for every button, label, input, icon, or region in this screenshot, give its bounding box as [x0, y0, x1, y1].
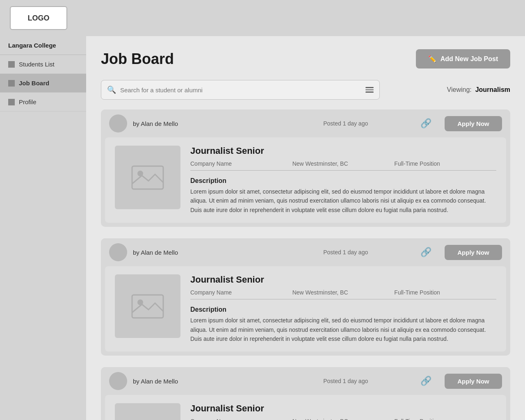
- sidebar-item-students-list[interactable]: Students List: [0, 55, 86, 74]
- job-meta-2: Company Name New Westminster, BC Full-Ti…: [190, 289, 496, 299]
- job-board-icon: [8, 80, 15, 87]
- job-details-1: Journalist Senior Company Name New Westm…: [190, 146, 496, 215]
- job-card-body-3: Journalist Senior Company Name New Westm…: [105, 395, 506, 420]
- page-header: Job Board ✏️ Add New Job Post: [101, 49, 510, 68]
- job-title-3: Journalist Senior: [190, 403, 496, 414]
- main-layout: Langara College Students List Job Board …: [0, 36, 525, 420]
- top-bar: LOGO: [0, 0, 525, 36]
- posted-time-2: Posted 1 day ago: [277, 249, 415, 256]
- sidebar-item-job-board[interactable]: Job Board: [0, 74, 86, 93]
- image-placeholder-icon-1: [131, 165, 164, 190]
- search-container: 🔍: [101, 80, 380, 100]
- content-area: Job Board ✏️ Add New Job Post 🔍 Viewing:…: [86, 36, 525, 420]
- job-image-2: [115, 274, 180, 338]
- link-icon-3[interactable]: 🔗: [420, 376, 431, 386]
- job-title-2: Journalist Senior: [190, 274, 496, 285]
- job-card-2: by Alan de Mello Posted 1 day ago 🔗 Appl…: [101, 238, 510, 356]
- page-title: Job Board: [101, 50, 174, 68]
- viewing-label: Viewing: Journalism: [447, 86, 510, 94]
- company-name-2: Company Name: [190, 289, 292, 296]
- viewing-value: Journalism: [475, 86, 510, 93]
- posted-by-1: by Alan de Mello: [133, 120, 271, 127]
- position-type-3: Full-Time Position: [394, 418, 496, 420]
- filter-line-1: [365, 87, 374, 88]
- job-details-2: Journalist Senior Company Name New Westm…: [190, 274, 496, 343]
- sidebar-item-profile[interactable]: Profile: [0, 93, 86, 112]
- posted-by-2: by Alan de Mello: [133, 249, 271, 256]
- posted-by-3: by Alan de Mello: [133, 378, 271, 385]
- students-list-icon: [8, 61, 15, 68]
- description-text-2: Lorem ipsum dolor sit amet, consectetur …: [190, 316, 496, 343]
- description-label-2: Description: [190, 306, 496, 313]
- job-image-1: [115, 146, 180, 209]
- company-name-3: Company Name: [190, 418, 292, 420]
- filter-icon[interactable]: [365, 87, 374, 93]
- avatar-1: [109, 114, 127, 132]
- job-cards-container: by Alan de Mello Posted 1 day ago 🔗 Appl…: [101, 110, 510, 420]
- job-location-2: New Westminster, BC: [292, 289, 395, 296]
- job-meta-1: Company Name New Westminster, BC Full-Ti…: [190, 160, 496, 171]
- job-location-1: New Westminster, BC: [292, 160, 395, 167]
- job-card-header-2: by Alan de Mello Posted 1 day ago 🔗 Appl…: [101, 238, 510, 266]
- filter-line-2: [365, 89, 374, 91]
- avatar-3: [109, 372, 127, 390]
- add-job-button[interactable]: ✏️ Add New Job Post: [416, 49, 510, 68]
- job-card-header-3: by Alan de Mello Posted 1 day ago 🔗 Appl…: [101, 367, 510, 395]
- link-icon-2[interactable]: 🔗: [420, 247, 431, 258]
- sidebar-item-label: Job Board: [19, 80, 49, 87]
- company-name-1: Company Name: [190, 160, 292, 167]
- search-icon: 🔍: [107, 85, 116, 94]
- job-card-body-1: Journalist Senior Company Name New Westm…: [105, 137, 506, 223]
- search-input[interactable]: [120, 87, 361, 94]
- job-details-3: Journalist Senior Company Name New Westm…: [190, 403, 496, 420]
- image-placeholder-icon-2: [131, 294, 164, 319]
- sidebar: Langara College Students List Job Board …: [0, 36, 86, 420]
- job-card-3: by Alan de Mello Posted 1 day ago 🔗 Appl…: [101, 367, 510, 420]
- add-job-button-label: Add New Job Post: [441, 55, 498, 63]
- sidebar-item-label: Profile: [19, 98, 37, 105]
- apply-button-1[interactable]: Apply Now: [445, 116, 502, 131]
- viewing-prefix: Viewing:: [447, 86, 472, 93]
- job-card-1: by Alan de Mello Posted 1 day ago 🔗 Appl…: [101, 110, 510, 227]
- position-type-2: Full-Time Position: [394, 289, 496, 296]
- logo: LOGO: [10, 6, 67, 30]
- profile-icon: [8, 99, 15, 105]
- position-type-1: Full-Time Position: [394, 160, 496, 167]
- search-row: 🔍 Viewing: Journalism: [101, 80, 510, 100]
- job-title-1: Journalist Senior: [190, 146, 496, 156]
- description-label-1: Description: [190, 177, 496, 185]
- apply-button-2[interactable]: Apply Now: [445, 245, 502, 260]
- job-card-body-2: Journalist Senior Company Name New Westm…: [105, 266, 506, 352]
- job-image-3: [115, 403, 180, 420]
- avatar-2: [109, 243, 127, 261]
- posted-time-3: Posted 1 day ago: [277, 378, 415, 384]
- logo-text: LOGO: [28, 14, 50, 23]
- job-location-3: New Westminster, BC: [292, 418, 395, 420]
- description-text-1: Lorem ipsum dolor sit amet, consectetur …: [190, 187, 496, 215]
- posted-time-1: Posted 1 day ago: [277, 120, 415, 127]
- job-card-header-1: by Alan de Mello Posted 1 day ago 🔗 Appl…: [101, 110, 510, 137]
- sidebar-item-label: Students List: [19, 61, 55, 68]
- link-icon-1[interactable]: 🔗: [420, 118, 431, 129]
- job-meta-3: Company Name New Westminster, BC Full-Ti…: [190, 418, 496, 420]
- edit-icon: ✏️: [428, 55, 436, 63]
- filter-line-3: [365, 91, 374, 93]
- college-name: Langara College: [0, 36, 86, 55]
- apply-button-3[interactable]: Apply Now: [445, 374, 502, 389]
